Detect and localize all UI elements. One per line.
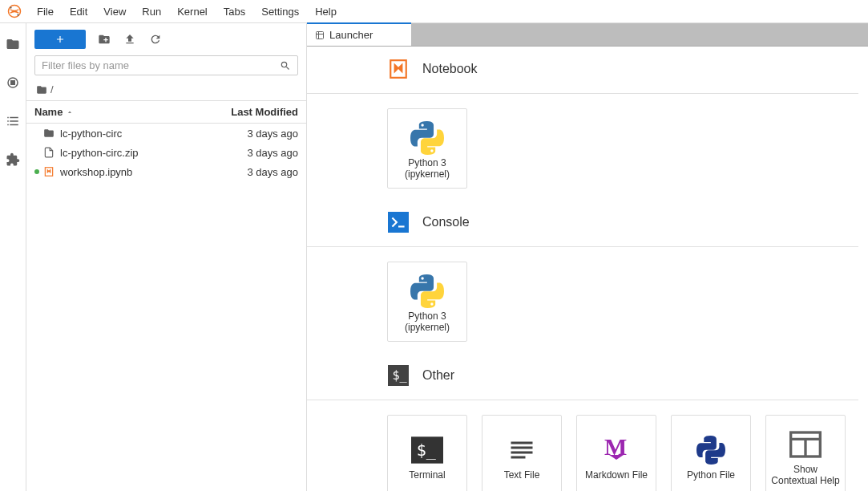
- python-logo-icon: [408, 122, 446, 154]
- card-label: Terminal: [406, 469, 448, 481]
- file-modified: 3 days ago: [210, 147, 298, 159]
- section-notebook-header: Notebook: [387, 58, 868, 80]
- col-modified-header[interactable]: Last Modified: [202, 106, 298, 118]
- svg-rect-4: [11, 81, 15, 85]
- folder-tab-icon[interactable]: [5, 36, 21, 52]
- menu-settings[interactable]: Settings: [253, 2, 307, 21]
- launcher-card-text-file[interactable]: Text File: [482, 415, 562, 491]
- file-modified: 3 days ago: [210, 166, 298, 178]
- top-menu-bar: File Edit View Run Kernel Tabs Settings …: [0, 0, 868, 23]
- breadcrumb-path: /: [50, 83, 54, 95]
- running-tab-icon[interactable]: [5, 75, 21, 91]
- file-name: workshop.ipynb: [60, 166, 210, 178]
- activity-bar: [0, 23, 26, 491]
- menu-kernel[interactable]: Kernel: [169, 2, 216, 21]
- launcher-card-console-python3[interactable]: Python 3(ipykernel): [387, 262, 467, 342]
- svg-text:$_: $_: [392, 368, 407, 383]
- col-name-header[interactable]: Name: [34, 106, 202, 118]
- menu-run[interactable]: Run: [134, 2, 169, 21]
- card-label: Markdown File: [582, 469, 651, 481]
- launcher-card-markdown-file[interactable]: M Markdown File: [576, 415, 656, 491]
- upload-icon[interactable]: [123, 32, 137, 47]
- file-browser-panel: / Name Last Modified lc-python-circ 3 da…: [26, 23, 307, 491]
- content-area: Launcher Notebook Python 3(ipykernel): [307, 23, 868, 491]
- new-launcher-button[interactable]: [34, 30, 86, 49]
- section-console-header: Console: [387, 211, 868, 233]
- search-icon: [280, 60, 291, 71]
- running-indicator: [34, 169, 39, 174]
- menu-edit[interactable]: Edit: [62, 2, 95, 21]
- python-logo-icon: [408, 275, 446, 307]
- svg-point-1: [10, 6, 11, 8]
- breadcrumb[interactable]: /: [26, 80, 306, 100]
- card-label: Python 3(ipykernel): [402, 157, 453, 181]
- launcher-card-notebook-python3[interactable]: Python 3(ipykernel): [387, 108, 467, 189]
- menu-view[interactable]: View: [95, 2, 134, 21]
- file-row[interactable]: lc-python-circ 3 days ago: [26, 124, 306, 143]
- tab-launcher[interactable]: Launcher: [307, 22, 411, 46]
- launcher-card-terminal[interactable]: $_ Terminal: [387, 415, 467, 491]
- text-file-icon: [503, 434, 541, 466]
- filter-input-wrap: [34, 55, 298, 75]
- file-list: lc-python-circ 3 days ago lc-python-circ…: [26, 124, 306, 491]
- menu-file[interactable]: File: [29, 2, 62, 21]
- svg-text:$_: $_: [417, 440, 437, 459]
- launcher-card-contextual-help[interactable]: ShowContextual Help: [765, 415, 846, 491]
- folder-icon: [42, 127, 55, 140]
- file-name: lc-python-circ.zip: [60, 147, 210, 159]
- python-file-icon: [692, 434, 730, 466]
- terminal-icon: $_: [408, 434, 446, 466]
- card-label: Python File: [684, 469, 738, 481]
- card-label: Text File: [501, 469, 543, 481]
- menu-tabs[interactable]: Tabs: [216, 2, 253, 21]
- svg-rect-8: [388, 212, 409, 233]
- contextual-help-icon: [786, 428, 825, 461]
- section-title: Other: [422, 368, 454, 383]
- tab-bar: Launcher: [307, 23, 868, 47]
- file-row[interactable]: workshop.ipynb 3 days ago: [26, 162, 306, 181]
- tab-label: Launcher: [329, 29, 373, 41]
- notebook-icon: [42, 165, 55, 178]
- section-title: Console: [422, 215, 470, 229]
- card-label: ShowContextual Help: [768, 464, 842, 487]
- menu-help[interactable]: Help: [307, 2, 345, 21]
- filter-input[interactable]: [42, 59, 275, 71]
- jupyter-logo: [6, 3, 22, 19]
- section-other-header: $_ Other: [387, 364, 868, 387]
- launcher-card-python-file[interactable]: Python File: [671, 415, 751, 491]
- svg-point-2: [17, 14, 18, 15]
- markdown-icon: M: [597, 434, 636, 466]
- svg-rect-6: [317, 31, 324, 39]
- file-name: lc-python-circ: [60, 128, 210, 140]
- launcher-icon: [315, 30, 325, 40]
- extensions-tab-icon[interactable]: [5, 152, 21, 168]
- launcher-body: Notebook Python 3(ipykernel) Console: [307, 47, 868, 491]
- file-row[interactable]: lc-python-circ.zip 3 days ago: [26, 143, 306, 162]
- section-title: Notebook: [422, 62, 478, 76]
- file-modified: 3 days ago: [210, 128, 298, 140]
- card-label: Python 3(ipykernel): [402, 310, 453, 334]
- file-browser-toolbar: [26, 23, 306, 55]
- file-list-header: Name Last Modified: [26, 100, 306, 124]
- file-icon: [42, 146, 55, 159]
- refresh-icon[interactable]: [148, 32, 163, 47]
- other-section-icon: $_: [387, 364, 410, 387]
- toc-tab-icon[interactable]: [5, 113, 21, 129]
- new-folder-icon[interactable]: [97, 32, 111, 47]
- notebook-section-icon: [387, 58, 410, 80]
- console-section-icon: [387, 211, 410, 233]
